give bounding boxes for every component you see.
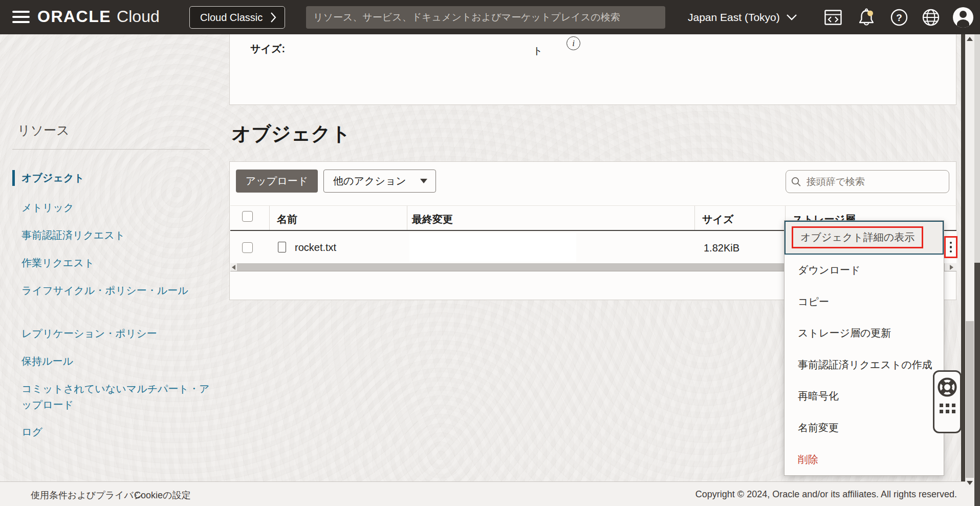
select-all-checkbox[interactable] <box>242 211 253 222</box>
size-value-truncated: ト <box>533 45 542 58</box>
more-actions-button[interactable]: 他のアクション <box>323 170 436 193</box>
upload-button[interactable]: アップロード <box>236 170 318 193</box>
bell-icon <box>857 8 877 27</box>
object-name-cell: rocket.txt <box>295 242 336 254</box>
annotation-box-menu-item: オブジェクト詳細の表示 <box>792 226 923 248</box>
language-button[interactable] <box>920 0 942 34</box>
menu-item-rename[interactable]: 名前変更 <box>785 412 944 444</box>
vertical-scrollbar-thumb[interactable] <box>966 321 974 478</box>
notification-dot <box>867 10 873 16</box>
kebab-dots-icon <box>950 242 952 244</box>
sidebar-divider <box>12 149 210 150</box>
hamburger-menu-icon[interactable] <box>12 11 30 24</box>
menu-item-view-object-details[interactable]: オブジェクト詳細の表示 <box>785 221 944 255</box>
oracle-cloud-console: ORACLE Cloud Cloud Classic Japan East (T… <box>0 0 980 506</box>
cloud-classic-label: Cloud Classic <box>200 12 263 24</box>
row-checkbox[interactable] <box>242 242 253 253</box>
menu-item-download[interactable]: ダウンロード <box>785 255 944 286</box>
column-header-last-modified: 最終変更 <box>412 213 453 226</box>
column-header-size: サイズ <box>702 213 733 226</box>
prefix-search-box <box>786 170 949 193</box>
top-header: ORACLE Cloud Cloud Classic Japan East (T… <box>0 0 980 34</box>
table-header-top-border <box>230 205 956 206</box>
sidebar-item-logs[interactable]: ログ <box>12 424 210 440</box>
svg-text:?: ? <box>896 12 902 23</box>
object-details-panel: サイズ: ト i <box>229 34 956 105</box>
more-actions-label: 他のアクション <box>333 174 406 188</box>
user-menu-button[interactable] <box>952 0 974 34</box>
global-search-input[interactable] <box>306 6 665 29</box>
browser-scrollbar-track[interactable] <box>974 34 980 263</box>
region-label: Japan East (Tokyo) <box>688 11 780 24</box>
terms-privacy-link[interactable]: 使用条件およびプライバシ <box>31 489 143 501</box>
grid-dots-icon <box>940 404 955 413</box>
info-icon[interactable]: i <box>567 36 580 50</box>
sidebar-item-retention-rules[interactable]: 保持ルール <box>12 353 210 369</box>
logo-oracle-text: ORACLE <box>37 7 111 26</box>
footer: 使用条件およびプライバシ Cookieの設定 Copyright © 2024,… <box>0 481 980 506</box>
prefix-search-input[interactable] <box>805 176 944 188</box>
scroll-right-arrow-icon[interactable] <box>950 265 953 270</box>
sidebar-item-uncommitted-multipart[interactable]: コミットされていないマルチパート・アップロード <box>12 381 210 413</box>
scroll-up-arrow-icon[interactable] <box>967 37 973 41</box>
resources-sidebar: リソース オブジェクト メトリック 事前認証済リクエスト 作業リクエスト ライフ… <box>12 122 213 460</box>
search-icon <box>791 176 801 187</box>
developer-console-button[interactable] <box>822 0 844 34</box>
code-window-icon <box>824 10 842 25</box>
menu-item-label: オブジェクト詳細の表示 <box>800 231 914 243</box>
cookie-settings-link[interactable]: Cookieの設定 <box>134 489 190 501</box>
caret-down-icon <box>420 179 427 183</box>
sidebar-item-work-requests[interactable]: 作業リクエスト <box>12 255 210 271</box>
column-header-name: 名前 <box>277 213 297 226</box>
oracle-cloud-logo[interactable]: ORACLE Cloud <box>37 7 160 26</box>
menu-item-create-preauth[interactable]: 事前認証済リクエストの作成 <box>785 349 944 381</box>
region-selector[interactable]: Japan East (Tokyo) <box>688 0 797 34</box>
chevron-down-icon <box>786 14 797 20</box>
question-circle-icon: ? <box>890 9 908 26</box>
menu-item-update-storage-tier[interactable]: ストレージ層の更新 <box>785 318 944 349</box>
size-cell: 1.82KiB <box>704 242 739 254</box>
sidebar-item-replication-policy[interactable]: レプリケーション・ポリシー <box>12 326 210 342</box>
logo-cloud-text: Cloud <box>117 7 160 26</box>
size-label: サイズ: <box>250 42 285 56</box>
row-context-menu: オブジェクト詳細の表示 ダウンロード コピー ストレージ層の更新 事前認証済リク… <box>784 220 944 476</box>
help-button[interactable]: ? <box>888 0 910 34</box>
avatar <box>953 7 973 28</box>
browser-scrollbar-thumb[interactable] <box>974 263 980 506</box>
chevron-right-icon <box>270 12 276 23</box>
notifications-button[interactable] <box>856 0 878 34</box>
globe-icon <box>922 9 940 26</box>
menu-item-reencrypt[interactable]: 再暗号化 <box>785 381 944 412</box>
sidebar-item-objects[interactable]: オブジェクト <box>12 170 210 186</box>
menu-item-delete[interactable]: 削除 <box>785 444 944 475</box>
sidebar-item-preauth-requests[interactable]: 事前認証済リクエスト <box>12 227 210 243</box>
floating-help-widget[interactable] <box>933 370 962 433</box>
sidebar-item-lifecycle-policy[interactable]: ライフサイクル・ポリシー・ルール <box>12 283 210 299</box>
scroll-down-arrow-icon[interactable] <box>967 481 973 485</box>
cloud-classic-button[interactable]: Cloud Classic <box>189 6 285 29</box>
page-title: オブジェクト <box>231 121 351 147</box>
inner-scrollbar-dark[interactable] <box>961 34 965 481</box>
menu-item-copy[interactable]: コピー <box>785 286 944 318</box>
copyright-text: Copyright © 2024, Oracle and/or its affi… <box>695 489 957 500</box>
last-modified-cell-blank <box>409 233 576 262</box>
file-icon <box>278 242 286 252</box>
row-actions-kebab-button[interactable] <box>944 236 957 258</box>
sidebar-item-metrics[interactable]: メトリック <box>12 200 210 216</box>
lifebuoy-icon <box>936 376 959 398</box>
scroll-left-arrow-icon[interactable] <box>232 265 235 270</box>
sidebar-title: リソース <box>17 122 70 139</box>
